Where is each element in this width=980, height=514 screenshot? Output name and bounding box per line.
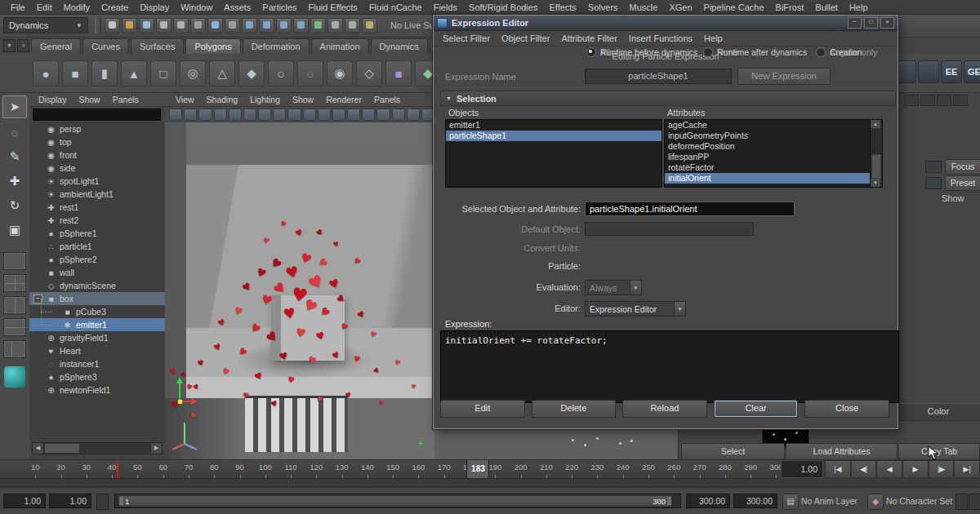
attribute-editor-tab-icon[interactable] [937,95,951,106]
ee-reload-button[interactable]: Reload [622,400,707,418]
outliner-menu-panels[interactable]: Panels [107,95,145,104]
select-object-icon[interactable] [207,18,223,33]
shelf-tab-dynamics[interactable]: Dynamics [371,38,428,54]
character-set-label[interactable]: No Character Set [886,496,952,506]
anim-layer-icon[interactable]: ▤ [782,494,799,510]
shelf-tab-surfaces[interactable]: Surfaces [131,38,184,54]
status-grip[interactable] [95,17,101,33]
outliner-item-persp[interactable]: ◉persp [29,122,165,135]
radio-runtime-after-dynamics[interactable]: Runtime after dynamics [703,47,807,58]
shelf-menu-icon[interactable]: ≡ [17,39,29,52]
ee-menu-insert-functions[interactable]: Insert Functions [623,33,698,43]
ee-close-button[interactable]: Close [804,400,889,418]
rotate-tool-icon[interactable]: ↻ [3,195,26,216]
shelf-tab-polygons[interactable]: Polygons [185,38,240,54]
scroll-track[interactable] [44,443,150,454]
selected-object-attribute-field[interactable]: particleShape1.initialOrient [585,202,795,216]
expression-name-field[interactable]: particleShape1 [585,69,732,84]
safe-title-icon[interactable] [362,109,375,121]
poly-plane-icon[interactable]: □ [150,60,176,86]
outliner-item-wall[interactable]: ■wall [29,266,165,279]
four-pane-layout-icon[interactable] [3,274,26,292]
character-set-icon[interactable]: ◆ [867,494,884,510]
timeline-current-frame[interactable]: 183 [466,460,489,478]
step-forward-frame-button[interactable]: |▶ [929,460,955,478]
ee-menu-attribute-filter[interactable]: Attribute Filter [555,33,622,43]
panel-menu-show[interactable]: Show [287,95,319,104]
ee-attribute-item[interactable]: inputGeometryPoints [665,131,871,141]
menu-item-solvers[interactable]: Solvers [582,2,624,12]
split-vertical-layout-icon[interactable] [3,296,26,314]
menu-item-modify[interactable]: Modify [58,2,96,12]
select-camera-icon[interactable] [169,109,182,121]
ee-object-item[interactable]: emitter1 [446,120,662,131]
ee-menu-help[interactable]: Help [698,33,728,43]
outliner-item-emitter1[interactable]: ✱emitter1 [29,318,165,331]
focus-button[interactable]: Focus [945,159,980,175]
outliner-item-instancer1[interactable]: ◌instancer1 [29,357,165,370]
shelf-tab-animation[interactable]: Animation [311,38,369,54]
ee-edit-button[interactable]: Edit [440,400,525,418]
poly-cube-icon[interactable]: ■ [62,60,88,86]
menu-item-effects[interactable]: Effects [543,2,581,12]
shelf-item-ee[interactable]: EE [941,60,962,83]
show-label[interactable]: Show [942,193,964,203]
go-to-start-button[interactable]: |◀ [825,460,851,478]
menu-item-fluid-effects[interactable]: Fluid Effects [303,2,363,12]
snap-curve-icon[interactable] [259,18,274,33]
single-pane-layout-icon[interactable] [3,252,26,270]
ee-attribute-item[interactable]: deformedPosition [665,141,871,152]
ee-clear-button[interactable]: Clear [714,400,799,418]
lock-camera-icon[interactable] [184,109,197,121]
scroll-down-icon[interactable]: ▼ [871,179,880,187]
make-live-icon[interactable] [310,18,326,33]
radio-icon[interactable] [586,47,596,57]
menu-item-file[interactable]: File [5,2,31,12]
outliner-menu-show[interactable]: Show [73,95,105,104]
panel-menu-panels[interactable]: Panels [368,95,406,104]
film-gate-icon[interactable] [287,109,301,121]
grease-pencil-icon[interactable] [258,109,271,121]
attributes-list[interactable]: ageCacheinputGeometryPointsdeformedPosit… [664,119,871,188]
menu-item-bullet[interactable]: Bullet [809,2,844,12]
save-scene-icon[interactable] [139,18,154,33]
menu-item-window[interactable]: Window [175,2,218,12]
outliner-item-side[interactable]: ◉side [29,162,165,175]
menu-item-pipeline-cache[interactable]: Pipeline Cache [698,2,770,12]
menu-item-display[interactable]: Display [134,2,175,12]
open-scene-icon[interactable] [122,18,137,33]
evaluation-dropdown[interactable]: Always ▼ [585,280,642,295]
attribute-editor-tab-icon[interactable] [953,95,968,106]
paint-select-tool-icon[interactable]: ✎ [3,146,26,167]
panel-menu-view[interactable]: View [170,95,200,104]
outliner-item-dynamicscene[interactable]: ◇dynamicScene [29,279,165,292]
shelf-item-misc-2[interactable] [918,60,939,83]
poly-soccer-icon[interactable]: ◉ [327,60,353,86]
move-tool-icon[interactable]: ✚ [3,171,26,192]
snap-point-icon[interactable] [276,18,292,33]
menu-item-xgen[interactable]: XGen [663,2,697,12]
anim-layer-label[interactable]: No Anim Layer [801,496,858,506]
outliner-item-heart[interactable]: ♥Heart [29,344,165,357]
new-scene-icon[interactable] [105,18,120,33]
scroll-thumb[interactable] [871,154,881,179]
menu-item-fields[interactable]: Fields [428,2,463,12]
shaded-icon[interactable] [392,109,405,121]
poly-sphere-icon[interactable]: ● [33,60,59,86]
selection-section-header[interactable]: ▼ Selection [440,91,896,106]
presets-button[interactable]: Preset [945,175,980,191]
playback-rate-field[interactable]: 1.00 [781,460,823,478]
menu-item-create[interactable]: Create [96,2,134,12]
color-section-header[interactable]: Color [896,403,980,421]
menu-item-fluid-ncache[interactable]: Fluid nCache [363,2,428,12]
outliner-item-gravityfield1[interactable]: ⊕gravityField1 [29,331,165,344]
shelf-tab-general[interactable]: General [31,38,81,54]
menu-item-particles[interactable]: Particles [256,2,302,12]
poly-pipe-icon[interactable]: ○ [268,60,294,86]
bookmark-icon[interactable] [214,109,227,121]
ee-attribute-item[interactable]: lifespanPP [665,152,871,162]
outliner-item-psphere3[interactable]: ●pSphere3 [29,370,165,383]
camera-attributes-icon[interactable] [198,109,212,121]
ee-attribute-item[interactable]: ageCache [665,120,871,131]
poly-pyramid-icon[interactable]: ◆ [238,60,265,86]
